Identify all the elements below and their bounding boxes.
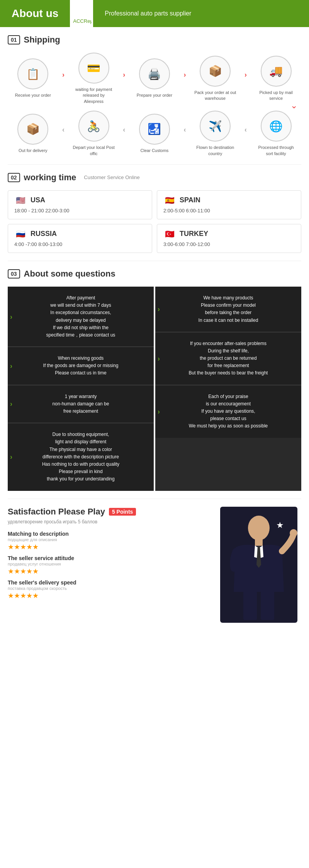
q-arrow-r1: › — [158, 304, 160, 315]
step-pickup: 🚚 Picked up by mail service — [255, 56, 297, 102]
turkey-header: 🇹🇷 TURKEY — [163, 230, 295, 238]
svg-point-1 — [248, 516, 270, 540]
svg-rect-5 — [261, 591, 274, 620]
step-depart: 🚴 Depart your local Post offic — [73, 111, 115, 157]
country-russia: 🇷🇺 RUSSIA 4:00 -7:00 8:00-13:00 — [8, 224, 152, 253]
working-time-label: working time — [24, 173, 76, 183]
shipping-title: 01 Shipping — [8, 35, 301, 45]
about-text: About us — [12, 7, 58, 20]
satisfaction-image: ★ — [216, 507, 301, 623]
step-label-prepare: Prepare your order — [137, 92, 172, 98]
rating-description-stars: ★★★★★ — [8, 543, 212, 551]
russia-name: RUSSIA — [31, 230, 57, 238]
q-text-r2: If you encounter after-sales problems Du… — [189, 341, 268, 376]
q-arrow-3: › — [10, 398, 12, 410]
step-label-receive: Receive your order — [15, 92, 51, 98]
satisfaction-left: Satisfaction Please Play 5 Points удовле… — [8, 507, 212, 623]
satisfaction-title-text: Satisfaction Please Play — [8, 507, 105, 517]
questions-title: 03 About some questions — [8, 269, 301, 279]
step-prepare: 🖨️ Prepare your order — [133, 58, 176, 98]
step-label-pickup: Picked up by mail service — [255, 90, 297, 102]
usa-flag: 🇺🇸 — [14, 196, 27, 205]
rating-delivery-sublabel: поставка продавцом скорость — [8, 586, 212, 591]
q-block-1: › After payment we will send out within … — [8, 287, 154, 347]
questions-right-panel: › We have many products Please confirm y… — [155, 287, 301, 491]
working-time-sublabel: Customer Service Online — [84, 174, 140, 180]
rating-delivery-label: The seller's delivery speed — [8, 579, 212, 586]
q-arrow-r3: › — [158, 406, 160, 417]
q-text-r1: We have many products Please confirm you… — [199, 295, 258, 323]
step-sort: 🌐 Processed through sort facility — [255, 111, 297, 157]
spain-flag: 🇪🇸 — [163, 196, 176, 205]
step-label-outdelivery: Out for delivery — [19, 148, 48, 154]
steps-row-1: 📋 Receive your order › 💳 waiting for pay… — [8, 53, 301, 104]
svg-rect-4 — [243, 591, 257, 620]
rating-service-sublabel: продавец услуг отношения — [8, 562, 212, 566]
questions-left-panel: › After payment we will send out within … — [8, 287, 154, 491]
q-arrow-1: › — [10, 311, 12, 322]
q-text-1: After payment we will send out within 7 … — [46, 295, 115, 338]
spain-times: 2:00-5:00 6:00-11:00 — [163, 208, 295, 214]
step-circle-payment: 💳 — [78, 53, 109, 84]
q-text-r3: Each of your praise is our encouragement… — [189, 394, 268, 429]
q-block-3: › 1 year warranty non-human damage can b… — [8, 385, 154, 424]
step-pack: 📦 Pack your order at out warehouse — [194, 56, 236, 102]
russia-times: 4:00 -7:00 8:00-13:00 — [14, 241, 146, 247]
rating-description-sublabel: подщащие для описания — [8, 537, 212, 542]
shipping-num: 01 — [8, 35, 20, 44]
step-label-depart: Depart your local Post offic — [73, 145, 115, 157]
svg-rect-2 — [255, 539, 263, 546]
arrow-2: › — [123, 71, 125, 79]
arrow-left-1: ‹ — [62, 126, 65, 134]
turkey-flag: 🇹🇷 — [163, 230, 176, 238]
q-arrow-2: › — [10, 360, 12, 371]
satisfaction-section: Satisfaction Please Play 5 Points удовле… — [0, 499, 309, 630]
step-circle-pickup: 🚚 — [261, 56, 292, 87]
person-svg: ★ — [220, 507, 297, 623]
turkey-name: TURKEY — [180, 230, 208, 238]
questions-grid: › After payment we will send out within … — [8, 287, 301, 491]
arrow-left-4: ‹ — [244, 126, 247, 134]
q-text-3: 1 year warranty non-human damage can be … — [53, 394, 109, 414]
q-block-r1: › We have many products Please confirm y… — [155, 287, 301, 332]
arrow-left-3: ‹ — [184, 126, 186, 134]
usa-header: 🇺🇸 USA — [14, 196, 146, 205]
step-circle-customs: 🛃 — [139, 114, 170, 145]
working-time-num: 02 — [8, 173, 20, 182]
questions-section: 03 About some questions › After payment … — [0, 261, 309, 499]
q-arrow-4: › — [10, 451, 12, 463]
russia-header: 🇷🇺 RUSSIA — [14, 230, 146, 238]
q-text-4: Due to shooting equipment, light and dis… — [42, 432, 119, 482]
q-block-r3: › Each of your praise is our encourageme… — [155, 385, 301, 438]
q-arrow-r2: › — [158, 353, 160, 364]
arrow-4: › — [244, 71, 247, 79]
step-label-pack: Pack your order at out warehouse — [194, 90, 236, 102]
q-block-r2: › If you encounter after-sales problems … — [155, 332, 301, 385]
step-label-payment: waiting for payment released by Aliexpre… — [73, 87, 115, 104]
spain-header: 🇪🇸 SPAIN — [163, 196, 295, 205]
step-receive: 📋 Receive your order — [12, 58, 54, 98]
rating-description: Matching to description подщащие для опи… — [8, 531, 212, 551]
rating-delivery-stars: ★★★★★ — [8, 591, 212, 600]
svg-text:★: ★ — [276, 520, 284, 530]
points-badge: 5 Points — [109, 508, 136, 516]
rating-service: The seller service attitude продавец усл… — [8, 555, 212, 576]
step-circle-sort: 🌐 — [261, 111, 292, 142]
down-arrow: ⌄ — [8, 101, 301, 111]
step-outdelivery: 📦 Out for delivery — [12, 114, 54, 154]
header: About us ACCReplment Professional auto p… — [0, 0, 309, 27]
questions-num: 03 — [8, 269, 20, 279]
shipping-section: 01 Shipping 📋 Receive your order › 💳 wai… — [0, 27, 309, 164]
q-block-2: › When receiving goods If the goods are … — [8, 347, 154, 385]
step-circle-depart: 🚴 — [78, 111, 109, 142]
questions-label: About some questions — [24, 269, 115, 279]
country-usa: 🇺🇸 USA 18:00 - 21:00 22:00-3:00 — [8, 190, 152, 219]
arrow-1: › — [62, 71, 65, 79]
step-payment: 💳 waiting for payment released by Aliexp… — [73, 53, 115, 104]
turkey-times: 3:00-6:00 7:00-12:00 — [163, 241, 295, 247]
working-time-title: 02 working time Customer Service Online — [8, 173, 301, 183]
step-customs: 🛃 Clear Customs — [133, 114, 176, 154]
step-circle-prepare: 🖨️ — [139, 58, 170, 89]
spain-name: SPAIN — [180, 196, 200, 204]
steps-row-2: 📦 Out for delivery ‹ 🚴 Depart your local… — [8, 111, 301, 157]
